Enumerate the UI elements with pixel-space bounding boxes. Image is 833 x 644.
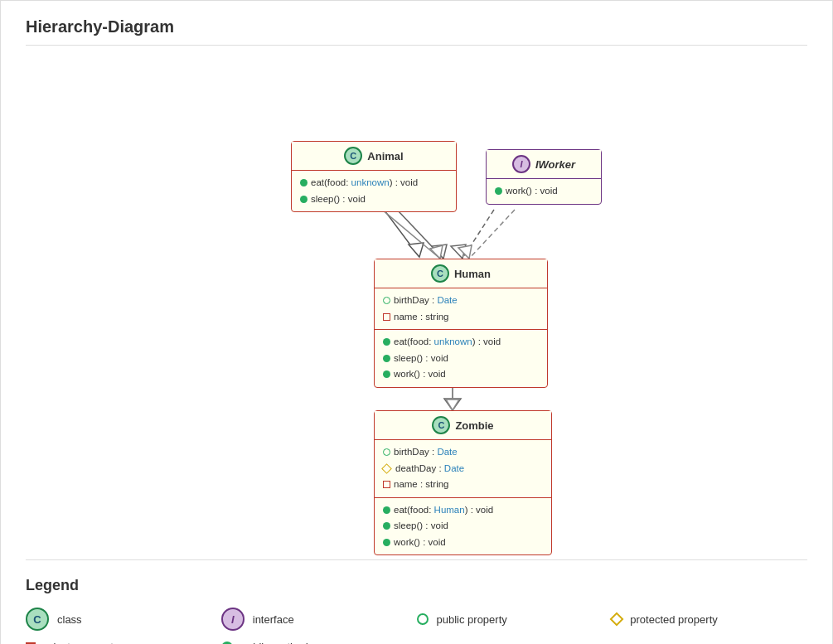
legend-interface-label: interface [253,613,294,626]
svg-marker-9 [430,245,443,259]
svg-line-10 [469,210,515,259]
svg-line-2 [397,210,443,259]
public-method-icon [300,196,308,203]
animal-method-eat: eat(food: unknown) : void [300,175,448,191]
legend-public-method-icon [221,642,233,645]
animal-box: C Animal eat(food: unknown) : void sleep… [291,141,457,212]
public-method-icon [383,370,390,378]
human-prop-birthday: birthDay : Date [383,293,539,309]
human-header: C Human [375,259,547,288]
svg-marker-1 [409,243,424,257]
zombie-prop-name: name : string [383,477,543,493]
animal-header: C Animal [292,142,456,171]
zombie-method-work: work() : void [383,535,543,551]
svg-line-0 [382,207,419,257]
svg-marker-11 [458,245,472,259]
legend-interface-badge: I [221,608,245,631]
iworker-header: I IWorker [487,150,601,179]
legend-section: Legend C class I interface public proper… [26,559,807,644]
legend-item-protected-prop: protected property [612,608,807,631]
diagram-area: C Animal eat(food: unknown) : void sleep… [26,62,807,543]
private-prop-icon [383,481,390,488]
public-method-icon [300,179,308,186]
page-container: Hierarchy-Diagram [0,0,833,644]
zombie-header: C Zombie [375,411,551,440]
public-method-icon [383,522,390,530]
human-method-work: work() : void [383,366,539,383]
human-method-eat: eat(food: unknown) : void [383,334,539,351]
svg-marker-3 [432,245,447,259]
zombie-prop-birthday: birthDay : Date [383,444,543,461]
private-prop-icon [383,313,390,321]
animal-methods: eat(food: unknown) : void sleep() : void [292,171,456,211]
legend-private-prop-label: private property [44,641,119,644]
legend-class-badge: C [26,608,49,631]
svg-line-8 [382,210,440,259]
svg-line-4 [463,210,494,259]
animal-method-sleep: sleep() : void [300,191,448,208]
svg-marker-5 [451,245,466,259]
legend-protected-prop-label: protected property [630,613,718,626]
public-method-icon [495,187,502,195]
human-properties: birthDay : Date name : string [375,288,547,330]
legend-item-public-method: public method [221,641,417,644]
legend-protected-prop-icon [610,613,624,627]
zombie-method-sleep: sleep() : void [383,518,543,535]
public-prop-icon [383,297,390,304]
human-name: Human [454,268,491,280]
zombie-name: Zombie [455,419,493,432]
human-methods: eat(food: unknown) : void sleep() : void… [375,330,547,387]
zombie-method-eat: eat(food: Human) : void [383,502,543,519]
legend-item-private-prop: private property [26,641,221,644]
iworker-methods: work() : void [487,179,601,204]
svg-marker-7 [444,399,461,410]
legend-public-method-label: public method [241,641,308,644]
human-prop-name: name : string [383,309,539,326]
zombie-methods: eat(food: Human) : void sleep() : void w… [375,498,551,555]
legend-public-prop-icon [417,613,429,625]
human-box: C Human birthDay : Date name : string ea… [374,259,548,388]
iworker-interface-badge: I [512,155,530,173]
legend-grid: C class I interface public property prot… [26,608,807,644]
legend-item-public-prop: public property [417,608,613,631]
iworker-box: I IWorker work() : void [486,149,602,205]
svg-marker-13 [446,399,459,410]
legend-item-class: C class [26,608,221,631]
zombie-properties: birthDay : Date deathDay : Date name : s… [375,440,551,498]
animal-class-badge: C [344,147,362,165]
protected-prop-icon [381,463,392,474]
page-title: Hierarchy-Diagram [26,17,807,46]
zombie-class-badge: C [432,416,450,434]
legend-title: Legend [26,577,807,594]
legend-item-interface: I interface [221,608,417,631]
public-prop-icon [383,448,390,456]
legend-class-label: class [57,613,82,626]
zombie-box: C Zombie birthDay : Date deathDay : Date… [374,410,552,555]
human-class-badge: C [431,264,449,283]
legend-public-prop-label: public property [437,613,507,626]
animal-name: Animal [367,150,403,162]
zombie-prop-deathday: deathDay : Date [383,461,543,477]
human-method-sleep: sleep() : void [383,351,539,367]
public-method-icon [383,539,390,546]
public-method-icon [383,355,390,362]
iworker-name: IWorker [535,158,575,171]
public-method-icon [383,338,390,346]
iworker-method-work: work() : void [495,183,593,200]
public-method-icon [383,506,390,514]
